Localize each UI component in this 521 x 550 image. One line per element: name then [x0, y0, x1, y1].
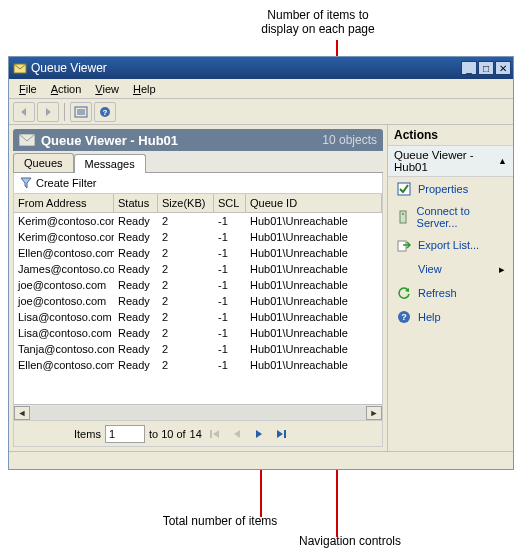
menu-view[interactable]: View — [89, 81, 125, 97]
funnel-icon — [20, 177, 32, 189]
cell-status: Ready — [114, 262, 158, 276]
svg-rect-8 — [210, 430, 212, 438]
callout-top: Number of items to display on each page — [238, 8, 398, 36]
cell-scl: -1 — [214, 326, 246, 340]
create-filter-link[interactable]: Create Filter — [36, 177, 97, 189]
col-scl[interactable]: SCL — [214, 194, 246, 212]
toolbar-help-button[interactable]: ? — [94, 102, 116, 122]
cell-scl: -1 — [214, 358, 246, 372]
col-from[interactable]: From Address — [14, 194, 114, 212]
menu-action[interactable]: Action — [45, 81, 88, 97]
maximize-button[interactable]: □ — [478, 61, 494, 75]
tab-messages[interactable]: Messages — [74, 154, 146, 173]
toolbar-forward-button[interactable] — [37, 102, 59, 122]
action-connect-label: Connect to Server... — [417, 205, 505, 229]
cell-scl: -1 — [214, 342, 246, 356]
horizontal-scrollbar[interactable]: ◄ ► — [14, 404, 382, 420]
pager-next-button[interactable] — [250, 425, 268, 443]
message-grid: From Address Status Size(KB) SCL Queue I… — [13, 193, 383, 421]
minimize-button[interactable]: _ — [461, 61, 477, 75]
cell-status: Ready — [114, 294, 158, 308]
window-title: Queue Viewer — [31, 61, 107, 75]
submenu-arrow-icon: ▸ — [499, 263, 505, 276]
action-properties[interactable]: Properties — [388, 177, 513, 201]
toolbar-details-button[interactable] — [70, 102, 92, 122]
grid-header: From Address Status Size(KB) SCL Queue I… — [14, 194, 382, 213]
table-row[interactable]: Kerim@contoso.comReady2-1Hub01\Unreachab… — [14, 213, 382, 229]
close-button[interactable]: ✕ — [495, 61, 511, 75]
cell-scl: -1 — [214, 262, 246, 276]
cell-from: Tanja@contoso.com — [14, 342, 114, 356]
action-help[interactable]: ? Help — [388, 305, 513, 329]
table-row[interactable]: Lisa@contoso.comReady2-1Hub01\Unreachabl… — [14, 309, 382, 325]
menu-file[interactable]: File — [13, 81, 43, 97]
action-export[interactable]: Export List... — [388, 233, 513, 257]
refresh-icon — [396, 285, 412, 301]
cell-from: Ellen@contoso.com — [14, 246, 114, 260]
table-row[interactable]: joe@contoso.comReady2-1Hub01\Unreachable — [14, 277, 382, 293]
cell-status: Ready — [114, 326, 158, 340]
cell-size: 2 — [158, 230, 214, 244]
cell-scl: -1 — [214, 246, 246, 260]
scroll-left-button[interactable]: ◄ — [14, 406, 30, 420]
scroll-right-button[interactable]: ► — [366, 406, 382, 420]
table-row[interactable]: Ellen@contoso.comReady2-1Hub01\Unreachab… — [14, 245, 382, 261]
table-row[interactable]: Tanja@contoso.comReady2-1Hub01\Unreachab… — [14, 341, 382, 357]
cell-status: Ready — [114, 230, 158, 244]
svg-text:?: ? — [401, 312, 407, 322]
title-bar: Queue Viewer _ □ ✕ — [9, 57, 513, 79]
actions-title: Actions — [388, 125, 513, 145]
main-pane: Queue Viewer - Hub01 10 objects Queues M… — [9, 125, 387, 451]
mail-icon — [19, 134, 35, 146]
tab-strip: Queues Messages — [13, 151, 383, 173]
table-row[interactable]: Kerim@contoso.comReady2-1Hub01\Unreachab… — [14, 229, 382, 245]
cell-size: 2 — [158, 294, 214, 308]
pager-prev-button[interactable] — [228, 425, 246, 443]
pager-range-label: to 10 of — [149, 428, 186, 440]
col-queueid[interactable]: Queue ID — [246, 194, 382, 212]
menu-help[interactable]: Help — [127, 81, 162, 97]
action-refresh[interactable]: Refresh — [388, 281, 513, 305]
cell-queueid: Hub01\Unreachable — [246, 214, 382, 228]
table-row[interactable]: joe@contoso.comReady2-1Hub01\Unreachable — [14, 293, 382, 309]
scroll-track[interactable] — [30, 406, 366, 420]
cell-status: Ready — [114, 358, 158, 372]
cell-from: Lisa@contoso.com — [14, 326, 114, 340]
toolbar-back-button[interactable] — [13, 102, 35, 122]
pager-last-button[interactable] — [272, 425, 290, 443]
action-view[interactable]: View ▸ — [388, 257, 513, 281]
cell-size: 2 — [158, 246, 214, 260]
col-status[interactable]: Status — [114, 194, 158, 212]
table-row[interactable]: Lisa@contoso.comReady2-1Hub01\Unreachabl… — [14, 325, 382, 341]
cell-scl: -1 — [214, 310, 246, 324]
callout-total: Total number of items — [150, 514, 290, 528]
pager-items-label: Items — [74, 428, 101, 440]
action-view-label: View — [418, 263, 442, 275]
action-properties-label: Properties — [418, 183, 468, 195]
tab-queues[interactable]: Queues — [13, 153, 74, 172]
pager-first-button[interactable] — [206, 425, 224, 443]
panel-title: Queue Viewer - Hub01 — [41, 133, 178, 148]
server-icon — [396, 209, 411, 225]
cell-size: 2 — [158, 214, 214, 228]
svg-rect-13 — [398, 241, 406, 251]
object-count: 10 objects — [322, 133, 377, 147]
action-help-label: Help — [418, 311, 441, 323]
col-size[interactable]: Size(KB) — [158, 194, 214, 212]
action-connect[interactable]: Connect to Server... — [388, 201, 513, 233]
pager-current-input[interactable] — [105, 425, 145, 443]
cell-from: James@contoso.com — [14, 262, 114, 276]
table-row[interactable]: James@contoso.comReady2-1Hub01\Unreachab… — [14, 261, 382, 277]
status-bar — [9, 451, 513, 469]
help-icon: ? — [396, 309, 412, 325]
cell-from: joe@contoso.com — [14, 294, 114, 308]
svg-text:?: ? — [103, 108, 108, 117]
actions-subtitle[interactable]: Queue Viewer - Hub01 ▲ — [388, 145, 513, 177]
table-row[interactable]: Ellen@contoso.comReady2-1Hub01\Unreachab… — [14, 357, 382, 373]
cell-size: 2 — [158, 342, 214, 356]
filter-bar: Create Filter — [13, 173, 383, 193]
cell-status: Ready — [114, 246, 158, 260]
cell-queueid: Hub01\Unreachable — [246, 358, 382, 372]
toolbar-separator — [64, 103, 65, 121]
cell-scl: -1 — [214, 278, 246, 292]
